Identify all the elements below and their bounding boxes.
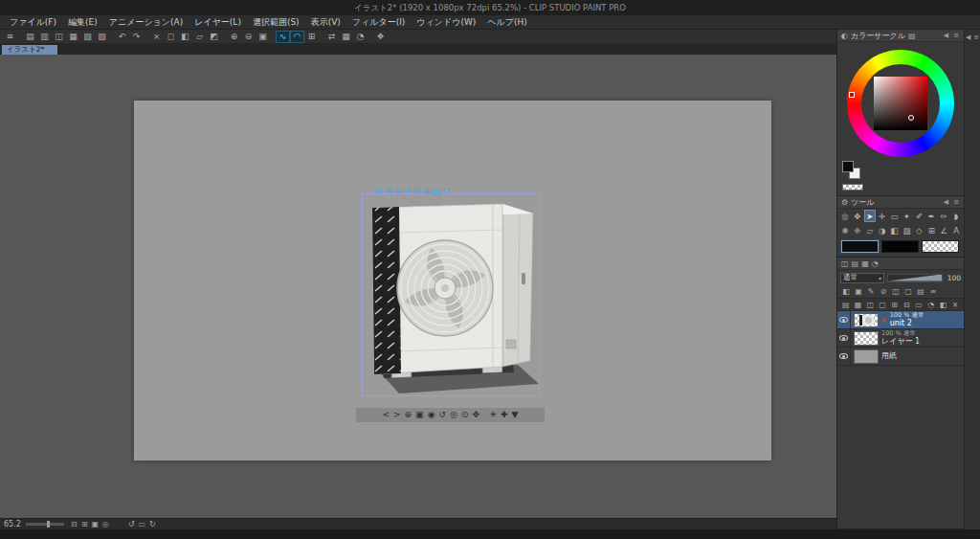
layer-thumbnail[interactable] [854, 313, 879, 327]
transparent-swatch[interactable] [922, 240, 959, 253]
prev-camera-angle-icon[interactable]: < [382, 408, 390, 422]
object-snap-icon[interactable]: ▦ [433, 186, 441, 196]
blend-mode-select[interactable]: 通常 ▾ [840, 273, 884, 283]
new-vector-layer-icon[interactable]: ▦ [853, 299, 864, 310]
launcher-object-move-icon[interactable]: ✥ [472, 408, 479, 422]
layer-name[interactable]: unit 2 [890, 319, 924, 327]
new-folder-icon[interactable]: ◫ [864, 299, 876, 310]
actual-size-icon[interactable]: ◎ [100, 520, 111, 528]
object-menu-icon[interactable]: ➤ [442, 186, 451, 196]
panel-collapse-icon[interactable]: ◀ [943, 198, 949, 206]
decoration-tool-icon[interactable]: ❈ [852, 224, 863, 236]
lock-layer-icon[interactable]: ▣ [853, 286, 864, 298]
mask-enable-icon[interactable]: ◧ [938, 299, 949, 310]
transfer-to-lower-icon[interactable]: ▢ [877, 299, 888, 310]
launcher-object-roll-icon[interactable]: ⊙ [461, 408, 469, 422]
launcher-camera-orbit-icon[interactable]: ◉ [428, 408, 435, 422]
rotate-left-icon[interactable]: ↺ [126, 520, 137, 528]
brush-tool-icon[interactable]: ◗ [950, 210, 962, 222]
redo-icon[interactable]: ↷ [129, 31, 144, 43]
visibility-toggle[interactable] [837, 311, 851, 328]
layer-palette-tab-icon[interactable]: ◫ [841, 259, 849, 268]
visibility-toggle[interactable] [837, 348, 851, 365]
lock-transparent-pixels-icon[interactable]: ◧ [840, 286, 852, 298]
sub-color-swatch[interactable] [881, 240, 919, 253]
launcher-rotate-left-icon[interactable]: ↺ [438, 408, 446, 422]
pen-tool-icon[interactable]: ✒ [925, 210, 937, 222]
camera-pan-icon[interactable]: ↺ [385, 186, 393, 196]
layer-name[interactable]: 用紙 [881, 351, 897, 360]
next-camera-angle-icon[interactable]: > [393, 408, 401, 422]
apply-mask-icon[interactable]: ◔ [925, 299, 937, 310]
document-tab[interactable]: イラスト2* [2, 45, 57, 55]
layer-move-tool-icon[interactable]: ✛ [877, 210, 888, 222]
zoom-in-icon[interactable]: ⊕ [227, 31, 241, 43]
menu-filter[interactable]: フィルター(I) [346, 15, 412, 30]
grid-view-icon[interactable]: ▦ [339, 31, 353, 43]
material-palette-icon[interactable]: ❖ [373, 31, 388, 43]
tool-panel-title[interactable]: ツール [851, 197, 874, 208]
object-move-icon[interactable]: ✛ [404, 186, 412, 196]
figure-tool-icon[interactable]: ◇ [913, 224, 924, 236]
canvas-paper[interactable]: ✥↺⊕✛↻◎▦➤ [134, 101, 771, 460]
reset-rotation-icon[interactable]: ▭ [137, 520, 147, 528]
launcher-object-rotate-icon[interactable]: ◎ [450, 408, 457, 422]
delete-layer-icon[interactable]: × [949, 299, 961, 310]
opacity-slider[interactable] [887, 274, 943, 282]
rotate-view-icon[interactable]: ◔ [353, 31, 368, 43]
exclude-from-refer-icon[interactable]: ⊘ [878, 286, 889, 298]
color-slider-tab-icon[interactable]: ▤ [908, 32, 916, 40]
layer-name[interactable]: レイヤー 1 [881, 337, 920, 346]
zoom-slider[interactable] [26, 523, 64, 526]
color-wheel-tab-icon[interactable]: ◐ [841, 32, 848, 40]
fit-to-screen-icon[interactable]: ▣ [256, 31, 270, 43]
layer-property-tab-icon[interactable]: ▤ [852, 259, 859, 268]
text-tool-icon[interactable]: A [950, 224, 962, 236]
gradient-tool-icon[interactable]: ▨ [902, 224, 913, 236]
layer-row-paper[interactable]: 用紙 [837, 348, 964, 366]
pencil-tool-icon[interactable]: ✏ [938, 210, 949, 222]
fit-to-window-icon[interactable]: ▣ [90, 520, 100, 528]
blend-tool-icon[interactable]: ◑ [877, 224, 888, 236]
transparent-color-chip[interactable] [842, 184, 863, 191]
camera-zoom-icon[interactable]: ⊕ [394, 186, 403, 196]
open-file-icon[interactable]: ▥ [37, 31, 52, 43]
light-source-icon[interactable]: ☀ [489, 408, 497, 422]
menu-edit[interactable]: 編集(E) [62, 15, 103, 30]
object-plane-move-icon[interactable]: ◎ [423, 186, 432, 196]
layer-thumbnail[interactable] [854, 349, 879, 364]
dock-menu-icon[interactable]: ≡ [973, 33, 980, 42]
flip-view-icon[interactable]: ⇄ [324, 31, 339, 43]
save-all-icon[interactable]: ▦ [66, 31, 80, 43]
eraser-tool-icon[interactable]: ▱ [864, 224, 876, 236]
3d-air-conditioner-object[interactable] [361, 191, 542, 399]
airbrush-tool-icon[interactable]: ❋ [839, 224, 851, 236]
launcher-camera-pan-icon[interactable]: ▣ [415, 408, 424, 422]
menu-window[interactable]: ウィンドウ(W) [411, 15, 481, 30]
snap-grid-icon[interactable]: ⊞ [304, 31, 319, 43]
ruler-tool-icon[interactable]: ∠ [938, 224, 949, 236]
deselect-icon[interactable]: ▱ [192, 31, 207, 43]
new-raster-layer-icon[interactable]: ▤ [840, 299, 852, 310]
print-icon[interactable]: ▨ [95, 31, 109, 43]
zoom-slider-thumb[interactable] [47, 521, 50, 528]
saturation-value-square[interactable] [874, 77, 927, 130]
export-icon[interactable]: ▧ [80, 31, 95, 43]
selection-tool-icon[interactable]: ▭ [889, 210, 901, 222]
auto-select-tool-icon[interactable]: ✦ [901, 210, 912, 222]
zoom-out-icon[interactable]: ⊟ [69, 520, 79, 528]
delete-icon[interactable]: × [149, 31, 164, 43]
fill-tool-icon[interactable]: ◧ [889, 224, 901, 236]
combine-to-lower-icon[interactable]: ⊞ [889, 299, 901, 310]
zoom-tool-icon[interactable]: ◎ [839, 210, 851, 222]
snap-ruler-icon[interactable]: ∿ [276, 31, 290, 43]
layer-search-tab-icon[interactable]: ▦ [861, 259, 869, 268]
layer-row-layer1[interactable]: 100 % 通常 レイヤー 1 [837, 329, 964, 348]
visibility-toggle[interactable] [837, 329, 851, 347]
create-mask-icon[interactable]: ▭ [913, 299, 924, 310]
fill-icon[interactable]: ◧ [178, 31, 192, 43]
operate-tool-icon[interactable]: ➤ [864, 210, 876, 222]
menu-help[interactable]: ヘルプ(H) [481, 15, 532, 30]
menu-layer[interactable]: レイヤー(L) [189, 15, 247, 30]
draft-layer-icon[interactable]: ✎ [865, 286, 877, 298]
